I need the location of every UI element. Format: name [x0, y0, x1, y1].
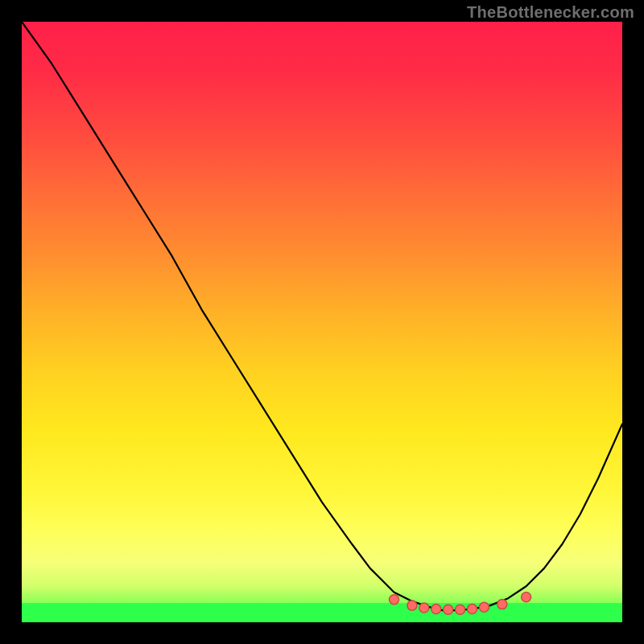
optimal-band — [22, 603, 622, 622]
marker-dot — [468, 605, 477, 614]
marker-dot — [479, 602, 489, 612]
marker-dot — [419, 603, 429, 613]
marker-dot — [497, 600, 507, 609]
marker-dot — [407, 601, 417, 610]
chart-frame: TheBottlenecker.com — [0, 0, 644, 644]
marker-dot — [456, 605, 465, 614]
marker-dot — [522, 592, 531, 602]
marker-dot — [444, 605, 453, 614]
bottleneck-curve-chart — [22, 22, 622, 622]
plot-area — [22, 22, 622, 622]
marker-dot — [390, 595, 399, 605]
watermark-text: TheBottlenecker.com — [467, 3, 634, 22]
gradient-background — [22, 22, 622, 622]
marker-dot — [431, 605, 441, 614]
